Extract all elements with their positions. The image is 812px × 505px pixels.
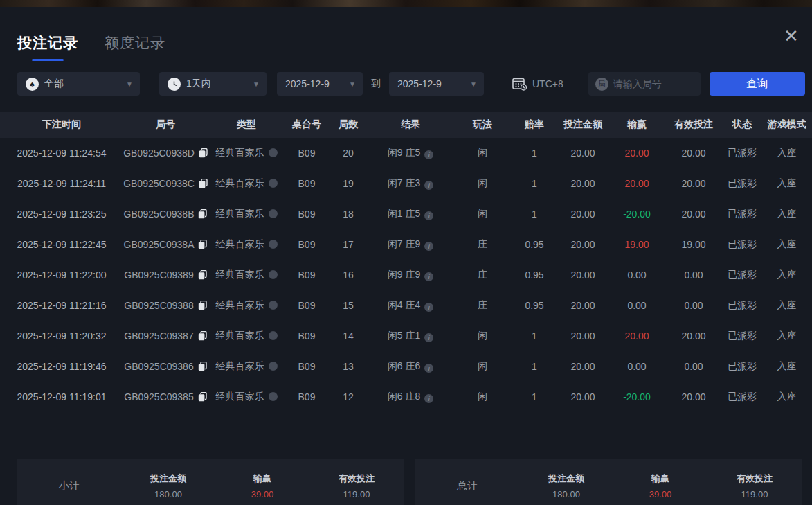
cell-type: 经典百家乐	[208, 290, 285, 321]
cell-round-id: GB0925C09388	[123, 290, 208, 321]
cell-amount: 20.00	[557, 199, 609, 229]
cell-amount: 20.00	[557, 290, 609, 321]
column-header-2: 类型	[208, 112, 285, 138]
copy-icon[interactable]	[199, 179, 208, 188]
round-id-input[interactable]	[613, 78, 694, 89]
copy-icon[interactable]	[198, 301, 207, 310]
to-label: 到	[371, 78, 381, 90]
copy-icon[interactable]	[198, 392, 207, 402]
cell-round-no: 16	[328, 260, 368, 290]
cell-table-no: B09	[285, 382, 328, 412]
spade-icon: ♠	[26, 78, 39, 91]
date-to-select[interactable]: 2025-12-9 ▼	[389, 72, 484, 96]
cell-mode: 入座	[761, 290, 812, 321]
date-from-select[interactable]: 2025-12-9 ▼	[277, 72, 363, 96]
chevron-down-icon: ▼	[343, 80, 356, 88]
summary-bar: 小计 投注金额180.00输赢39.00有效投注119.00 总计 投注金额18…	[0, 459, 812, 505]
tab-quota-records[interactable]: 额度记录	[105, 33, 165, 61]
info-icon[interactable]: i	[424, 150, 433, 159]
info-icon[interactable]: i	[424, 242, 433, 251]
table-header: 下注时间局号类型桌台号局数结果玩法赔率投注金额输赢有效投注状态游戏模式	[0, 112, 812, 138]
round-id-field[interactable]: 局	[588, 72, 701, 96]
cell-time: 2025-12-09 11:19:01	[0, 382, 123, 412]
timezone-label: UTC+8	[532, 78, 563, 89]
cell-type: 经典百家乐	[208, 351, 285, 382]
query-button[interactable]: 查询	[710, 72, 805, 96]
copy-icon[interactable]	[198, 331, 207, 341]
game-logo-icon	[269, 148, 278, 157]
column-header-10: 有效投注	[665, 112, 723, 138]
active-tab-underline	[32, 59, 64, 61]
cell-table-no: B09	[285, 260, 328, 290]
column-header-0: 下注时间	[0, 112, 123, 138]
cell-round-no: 14	[328, 321, 368, 351]
cell-time: 2025-12-09 11:22:45	[0, 229, 123, 260]
info-icon[interactable]: i	[424, 211, 433, 220]
copy-icon[interactable]	[198, 209, 207, 219]
chevron-down-icon: ▼	[464, 80, 477, 88]
game-type-select[interactable]: ♠ 全部 ▼	[17, 72, 140, 96]
table-row: 2025-12-09 11:24:54GB0925C0938D经典百家乐B092…	[0, 138, 812, 168]
cell-play: 闲	[453, 351, 512, 382]
total-stat-0: 投注金额180.00	[519, 472, 613, 499]
cell-status: 已派彩	[723, 260, 761, 290]
total-label: 总计	[415, 479, 519, 493]
cell-valid: 0.00	[665, 351, 723, 382]
cell-odds: 1	[512, 199, 557, 229]
copy-icon[interactable]	[199, 148, 208, 158]
cell-amount: 20.00	[557, 321, 609, 351]
cell-odds: 0.95	[512, 229, 557, 260]
total-stat-1: 输赢39.00	[613, 472, 707, 499]
cell-round-id: GB0925C09387	[123, 321, 208, 351]
cell-type: 经典百家乐	[208, 321, 285, 351]
copy-icon[interactable]	[198, 270, 207, 280]
cell-type: 经典百家乐	[208, 168, 285, 199]
cell-winloss: 20.00	[609, 321, 665, 351]
game-type-value: 全部	[44, 78, 64, 90]
cell-type: 经典百家乐	[208, 199, 285, 229]
cell-play: 闲	[453, 199, 512, 229]
chevron-down-icon: ▼	[120, 80, 133, 88]
tab-quota-records-label: 额度记录	[105, 33, 165, 53]
info-icon[interactable]: i	[424, 333, 433, 342]
column-header-7: 赔率	[512, 112, 557, 138]
cell-odds: 1	[512, 321, 557, 351]
cell-valid: 20.00	[665, 321, 723, 351]
date-from-value: 2025-12-9	[285, 78, 330, 89]
info-icon[interactable]: i	[424, 272, 433, 281]
copy-icon[interactable]	[198, 240, 207, 249]
cell-play: 庄	[453, 290, 512, 321]
subtotal-panel: 小计 投注金额180.00输赢39.00有效投注119.00	[17, 459, 404, 505]
cell-round-id: GB0925C09389	[123, 260, 208, 290]
total-stat-2: 有效投注119.00	[707, 472, 802, 499]
info-icon[interactable]: i	[424, 394, 433, 403]
time-range-select[interactable]: 1天内 ▼	[159, 72, 267, 96]
cell-odds: 1	[512, 382, 557, 412]
cell-round-id: GB0925C09385	[123, 382, 208, 412]
round-icon: 局	[595, 78, 608, 91]
tab-bet-records[interactable]: 投注记录	[17, 33, 78, 61]
cell-table-no: B09	[285, 168, 328, 199]
cell-type: 经典百家乐	[208, 382, 285, 412]
cell-play: 庄	[453, 229, 512, 260]
table-row: 2025-12-09 11:19:01GB0925C09385经典百家乐B091…	[0, 382, 812, 412]
info-icon[interactable]: i	[424, 364, 433, 373]
column-header-9: 输赢	[609, 112, 665, 138]
cell-winloss: 20.00	[609, 168, 665, 199]
cell-table-no: B09	[285, 138, 328, 168]
info-icon[interactable]: i	[424, 303, 433, 312]
close-icon[interactable]: ✕	[780, 25, 802, 47]
stat-value: 39.00	[613, 489, 707, 499]
cell-type: 经典百家乐	[208, 229, 285, 260]
info-icon[interactable]: i	[424, 181, 433, 190]
cell-mode: 入座	[761, 351, 812, 382]
cell-round-id: GB0925C0938A	[123, 229, 208, 260]
cell-status: 已派彩	[723, 199, 761, 229]
cell-result: 闲9 庄5i	[368, 138, 453, 168]
stat-label: 投注金额	[121, 472, 215, 485]
copy-icon[interactable]	[198, 362, 207, 371]
cell-winloss: -20.00	[609, 199, 665, 229]
tab-bet-records-label: 投注记录	[17, 33, 78, 53]
cell-result: 闲6 庄8i	[368, 382, 453, 412]
cell-play: 闲	[453, 382, 512, 412]
